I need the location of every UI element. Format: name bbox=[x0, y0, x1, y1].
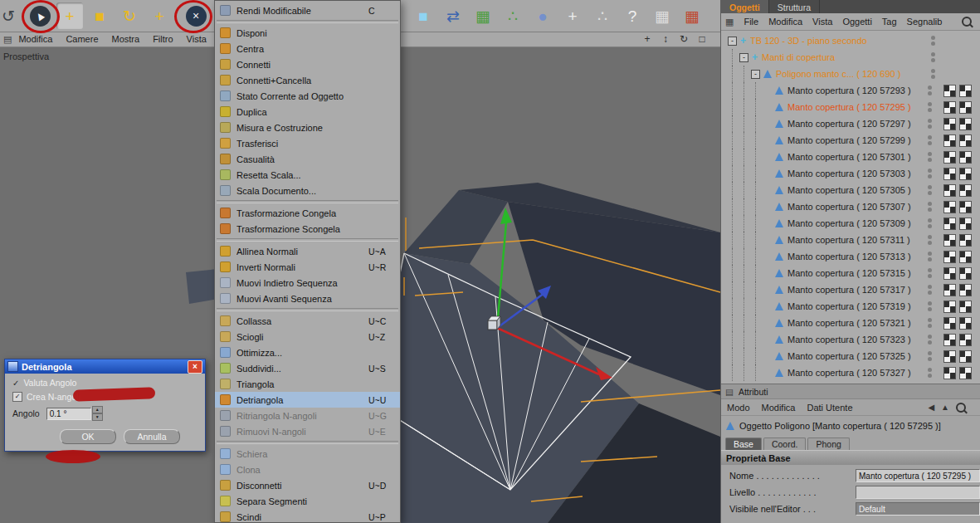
expander-icon[interactable]: - bbox=[739, 53, 748, 62]
texture-tag-icon[interactable] bbox=[943, 350, 956, 363]
texture-tag-icon[interactable] bbox=[943, 118, 956, 130]
menu-item-scindi[interactable]: ScindiU~P bbox=[215, 509, 400, 523]
texture-tag-icon[interactable] bbox=[959, 267, 972, 280]
texture-tag-icon[interactable] bbox=[943, 151, 956, 164]
expander-icon[interactable]: - bbox=[728, 37, 737, 46]
search-icon[interactable] bbox=[962, 17, 972, 27]
texture-tag-icon[interactable] bbox=[959, 350, 972, 363]
field-value-livello[interactable] bbox=[856, 486, 980, 499]
texture-tag-icon[interactable] bbox=[943, 234, 956, 247]
rotate-tool-icon[interactable]: ↻ bbox=[116, 2, 143, 29]
visibility-dots[interactable] bbox=[928, 285, 932, 295]
texture-tag-icon[interactable] bbox=[959, 234, 972, 247]
texture-tag-icon[interactable] bbox=[959, 168, 972, 180]
metaball-object-icon[interactable]: ● bbox=[529, 2, 556, 29]
texture-tag-icon[interactable] bbox=[959, 118, 972, 130]
texture-tag-icon[interactable] bbox=[943, 134, 956, 147]
menu-item-schiera[interactable]: Schiera bbox=[215, 446, 400, 462]
menu-item-rimuovi-n-angoli[interactable]: Rimuovi N-angoliU~E bbox=[215, 423, 400, 439]
viewport-menu-camere[interactable]: Camere bbox=[59, 34, 105, 44]
dialog-titlebar[interactable]: Detriangola × bbox=[5, 359, 205, 374]
menu-item-inverti-normali[interactable]: Inverti NormaliU~R bbox=[215, 259, 400, 275]
menu-item-connetti-cancella[interactable]: Connetti+Cancella bbox=[215, 72, 400, 88]
pin-icon[interactable]: ▲ bbox=[941, 403, 949, 412]
visibility-dots[interactable] bbox=[928, 252, 932, 262]
search-icon[interactable] bbox=[956, 403, 966, 413]
tree-row[interactable]: Manto copertura ( 120 57317 ) bbox=[721, 281, 980, 298]
om-menu-file[interactable]: File bbox=[739, 17, 763, 27]
texture-tag-icon[interactable] bbox=[943, 284, 956, 296]
tree-row[interactable]: -Poligono manto c... ( 120 690 ) bbox=[721, 66, 980, 82]
tree-row[interactable]: Manto copertura ( 120 57309 ) bbox=[721, 215, 980, 232]
texture-tag-icon[interactable] bbox=[959, 301, 972, 313]
menu-item-sciogli[interactable]: SciogliU~Z bbox=[215, 329, 400, 345]
tree-row[interactable]: Manto copertura ( 120 57323 ) bbox=[721, 331, 980, 348]
texture-tag-icon[interactable] bbox=[959, 218, 972, 230]
texture-tag-icon[interactable] bbox=[943, 251, 956, 263]
checkbox-icon[interactable]: ✓ bbox=[12, 392, 22, 402]
field-value-visibile-nell-editor[interactable]: Default bbox=[856, 502, 980, 516]
menu-item-trasformazione-congela[interactable]: Trasformazione Congela bbox=[215, 205, 400, 221]
menu-item-detriangola[interactable]: DetriangolaU~U bbox=[215, 392, 400, 408]
option-valuta-angolo[interactable]: ✓ Valuta Angolo bbox=[12, 378, 205, 388]
field-value-nome[interactable]: Manto copertura ( 120 57295 ) bbox=[856, 469, 980, 482]
angle-input[interactable]: 0.1 ° bbox=[46, 408, 91, 420]
menu-item-clona[interactable]: Clona bbox=[215, 462, 400, 477]
tree-row[interactable]: Manto copertura ( 120 57297 ) bbox=[721, 115, 980, 132]
layout-grid-icon[interactable]: ▦ bbox=[679, 2, 705, 29]
visibility-dots[interactable] bbox=[928, 202, 932, 212]
view-rotate-icon[interactable]: ↻ bbox=[677, 33, 690, 45]
texture-tag-icon[interactable] bbox=[943, 218, 956, 230]
texture-tag-icon[interactable] bbox=[959, 101, 972, 114]
visibility-dots[interactable] bbox=[928, 218, 932, 228]
tree-row[interactable]: Manto copertura ( 120 57299 ) bbox=[721, 132, 980, 149]
om-menu-modifica[interactable]: Modifica bbox=[763, 17, 807, 27]
menu-item-duplica[interactable]: Duplica bbox=[215, 104, 400, 120]
texture-tag-icon[interactable] bbox=[959, 317, 972, 330]
texture-tag-icon[interactable] bbox=[959, 284, 972, 296]
cancel-button[interactable]: Annulla bbox=[124, 429, 180, 444]
angle-stepper[interactable]: ▲▼ bbox=[92, 406, 103, 421]
attr-tab-phong[interactable]: Phong bbox=[807, 437, 849, 450]
undo-icon[interactable]: ↺ bbox=[2, 2, 20, 29]
visibility-dots[interactable] bbox=[928, 169, 932, 178]
viewport-menu-vista[interactable]: Vista bbox=[180, 34, 213, 44]
array-object-icon[interactable]: ▦ bbox=[470, 2, 496, 29]
visibility-dots[interactable] bbox=[928, 152, 932, 162]
menu-item-trasferisci[interactable]: Trasferisci bbox=[215, 135, 400, 151]
tree-row[interactable]: Manto copertura ( 120 57325 ) bbox=[721, 348, 980, 364]
ok-button[interactable]: OK bbox=[60, 429, 116, 444]
om-menu-tag[interactable]: Tag bbox=[877, 17, 902, 27]
texture-tag-icon[interactable] bbox=[943, 101, 956, 114]
swap-views-icon[interactable]: ⇄ bbox=[440, 2, 466, 29]
texture-tag-icon[interactable] bbox=[943, 201, 956, 213]
tree-row[interactable]: Manto copertura ( 120 57315 ) bbox=[721, 265, 980, 281]
visibility-dots[interactable] bbox=[928, 318, 932, 328]
viewport-menu-filtro[interactable]: Filtro bbox=[146, 34, 179, 44]
spreadsheet-icon[interactable]: ▦ bbox=[649, 2, 675, 29]
texture-tag-icon[interactable] bbox=[943, 317, 956, 330]
menu-item-centra[interactable]: Centra bbox=[215, 41, 400, 56]
menu-item-resetta-scala[interactable]: Resetta Scala... bbox=[215, 167, 400, 183]
visibility-dots[interactable] bbox=[931, 52, 935, 62]
visibility-dots[interactable] bbox=[928, 119, 932, 129]
texture-tag-icon[interactable] bbox=[943, 334, 956, 346]
menu-item-triangola[interactable]: Triangola bbox=[215, 376, 400, 392]
particles-icon[interactable]: ∴ bbox=[589, 2, 616, 29]
detriangola-dialog[interactable]: Detriangola × ✓ Valuta Angolo ✓ Crea N-a… bbox=[4, 359, 206, 452]
tree-row[interactable]: Manto copertura ( 120 57311 ) bbox=[721, 232, 980, 248]
attr-tab-base[interactable]: Base bbox=[725, 437, 762, 450]
close-icon[interactable]: × bbox=[188, 360, 202, 374]
menu-item-muovi-avanti-sequenza[interactable]: Muovi Avanti Sequenza bbox=[215, 291, 400, 306]
om-menu-segnalib[interactable]: Segnalib bbox=[902, 17, 948, 27]
visibility-dots[interactable] bbox=[931, 36, 935, 46]
menu-item-connetti[interactable]: Connetti bbox=[215, 56, 400, 72]
viewport-menu-mostra[interactable]: Mostra bbox=[105, 34, 147, 44]
texture-tag-icon[interactable] bbox=[959, 85, 972, 97]
viewport-menu-modifica[interactable]: Modifica bbox=[12, 34, 59, 44]
attr-menu-dati-utente[interactable]: Dati Utente bbox=[802, 403, 859, 413]
menu-item-suddividi[interactable]: Suddividi...U~S bbox=[215, 360, 400, 376]
texture-tag-icon[interactable] bbox=[943, 85, 956, 97]
view-pan-icon[interactable]: + bbox=[641, 33, 654, 45]
expander-icon[interactable]: - bbox=[751, 70, 760, 79]
